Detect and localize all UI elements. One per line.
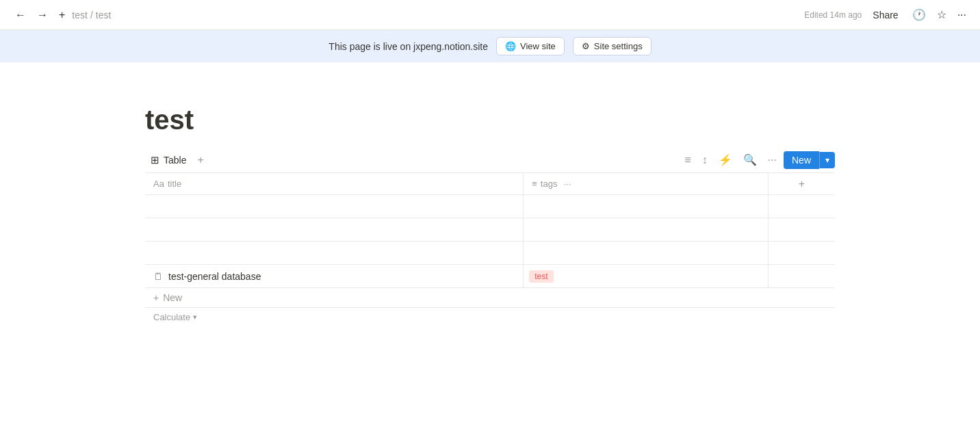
nav-left: ← → + test / test xyxy=(11,6,111,24)
table: Aa title ≡ tags ··· + xyxy=(145,172,835,288)
page-content: test ⊞ Table + ≡ ↕ ⚡ 🔍 ··· New ▾ xyxy=(79,62,901,326)
table-row: 🗒 test-general database test xyxy=(145,265,835,288)
row-title-text: test-general database xyxy=(168,271,261,282)
tags-col-options-button[interactable]: ··· xyxy=(560,177,573,190)
edited-timestamp: Edited 14m ago xyxy=(804,10,862,20)
table-row xyxy=(145,242,835,265)
nav-right: Edited 14m ago Share 🕐 ☆ ··· xyxy=(804,5,969,24)
view-site-label: View site xyxy=(520,41,556,51)
add-column-header[interactable]: + xyxy=(768,173,835,195)
breadcrumb: test / test xyxy=(72,10,111,21)
add-column-button[interactable]: + xyxy=(799,178,805,190)
publish-banner: This page is live on jxpeng.notion.site … xyxy=(0,30,980,62)
tags-cell-empty-1[interactable] xyxy=(524,195,769,218)
extra-cell-data xyxy=(768,265,835,288)
view-site-button[interactable]: 🌐 View site xyxy=(496,37,565,55)
site-settings-label: Site settings xyxy=(594,41,643,51)
tags-cell-empty-3[interactable] xyxy=(524,242,769,265)
new-record-caret[interactable]: ▾ xyxy=(819,152,835,168)
add-row-plus-icon: + xyxy=(153,292,159,303)
calculate-caret-icon: ▾ xyxy=(193,313,197,322)
back-button[interactable]: ← xyxy=(11,6,30,24)
breadcrumb-item-2[interactable]: test xyxy=(96,10,112,21)
title-cell-test-general[interactable]: 🗒 test-general database xyxy=(145,265,524,288)
table-row xyxy=(145,195,835,218)
more-db-options-button[interactable]: ··· xyxy=(764,151,781,170)
add-row-button[interactable]: + New xyxy=(145,288,835,308)
sort-button[interactable]: ↕ xyxy=(698,151,712,170)
automate-button[interactable]: ⚡ xyxy=(714,150,736,170)
add-view-button[interactable]: + xyxy=(194,151,206,169)
db-toolbar-left: ⊞ Table + xyxy=(145,151,680,169)
breadcrumb-item-1[interactable]: test xyxy=(72,10,88,21)
title-cell-empty-3[interactable] xyxy=(145,242,524,265)
title-cell-empty-1[interactable] xyxy=(145,195,524,218)
page-title: test xyxy=(145,103,835,136)
filter-button[interactable]: ≡ xyxy=(680,151,695,170)
database-toolbar: ⊞ Table + ≡ ↕ ⚡ 🔍 ··· New ▾ xyxy=(145,147,835,172)
page-icon: 🗒 xyxy=(153,271,163,282)
globe-icon: 🌐 xyxy=(505,41,516,51)
banner-text: This page is live on jxpeng.notion.site xyxy=(328,41,488,52)
extra-cell-empty-3 xyxy=(768,242,835,265)
title-col-icon: Aa xyxy=(153,179,164,189)
more-options-button[interactable]: ··· xyxy=(955,6,969,24)
table-row xyxy=(145,218,835,242)
calculate-label: Calculate xyxy=(153,312,190,322)
new-record-button-group: New ▾ xyxy=(784,151,835,169)
tag-badge-test[interactable]: test xyxy=(529,270,553,283)
new-record-button[interactable]: New xyxy=(784,151,819,169)
database-table: Aa title ≡ tags ··· + xyxy=(145,172,835,326)
site-settings-button[interactable]: ⚙ Site settings xyxy=(573,37,652,55)
extra-cell-empty-1 xyxy=(768,195,835,218)
new-page-button[interactable]: + xyxy=(55,6,69,24)
table-icon: ⊞ xyxy=(151,154,159,166)
gear-icon: ⚙ xyxy=(582,41,590,51)
calculate-row[interactable]: Calculate ▾ xyxy=(145,308,835,326)
tags-column-header: ≡ tags ··· xyxy=(524,173,769,195)
tags-cell-test[interactable]: test xyxy=(524,265,769,288)
table-header-row: Aa title ≡ tags ··· + xyxy=(145,173,835,195)
table-view-button[interactable]: ⊞ Table xyxy=(145,151,192,169)
search-button[interactable]: 🔍 xyxy=(739,150,761,170)
tags-col-label: tags xyxy=(541,179,558,189)
history-button[interactable]: 🕐 xyxy=(910,5,929,24)
table-view-label: Table xyxy=(164,155,186,166)
share-button[interactable]: Share xyxy=(867,7,903,23)
db-toolbar-right: ≡ ↕ ⚡ 🔍 ··· New ▾ xyxy=(680,150,835,170)
title-column-header: Aa title xyxy=(145,173,524,195)
add-row-label: New xyxy=(163,292,182,303)
tags-col-icon: ≡ xyxy=(532,179,537,189)
title-cell-empty-2[interactable] xyxy=(145,218,524,242)
tags-cell-empty-2[interactable] xyxy=(524,218,769,242)
breadcrumb-separator: / xyxy=(90,10,93,21)
forward-button[interactable]: → xyxy=(33,6,52,24)
title-col-label: title xyxy=(168,179,181,189)
extra-cell-empty-2 xyxy=(768,218,835,242)
star-button[interactable]: ☆ xyxy=(934,5,949,24)
nav-bar: ← → + test / test Edited 14m ago Share 🕐… xyxy=(0,0,980,30)
